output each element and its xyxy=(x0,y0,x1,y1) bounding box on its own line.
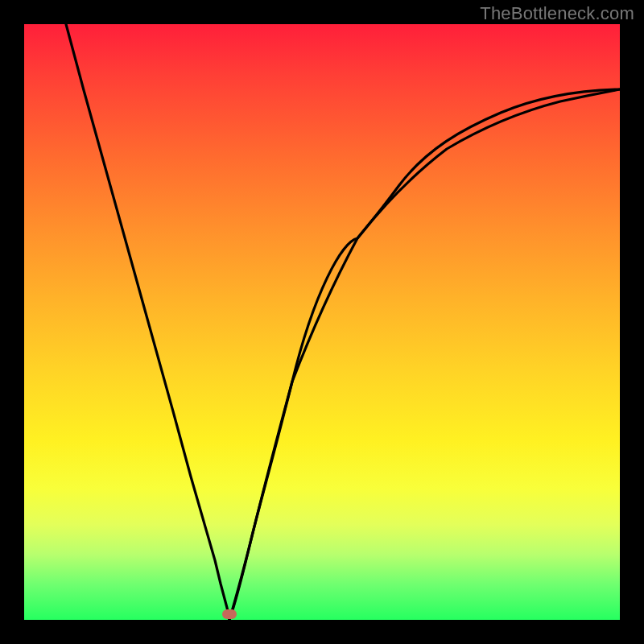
curve-right-branch xyxy=(229,89,620,620)
bottleneck-curve xyxy=(24,24,620,620)
curve-left-branch xyxy=(66,24,229,620)
minimum-marker xyxy=(222,609,237,619)
curve-right-branch-smooth xyxy=(229,89,620,620)
chart-frame: TheBottleneck.com xyxy=(0,0,644,644)
watermark-text: TheBottleneck.com xyxy=(480,3,634,24)
plot-area xyxy=(24,24,620,620)
